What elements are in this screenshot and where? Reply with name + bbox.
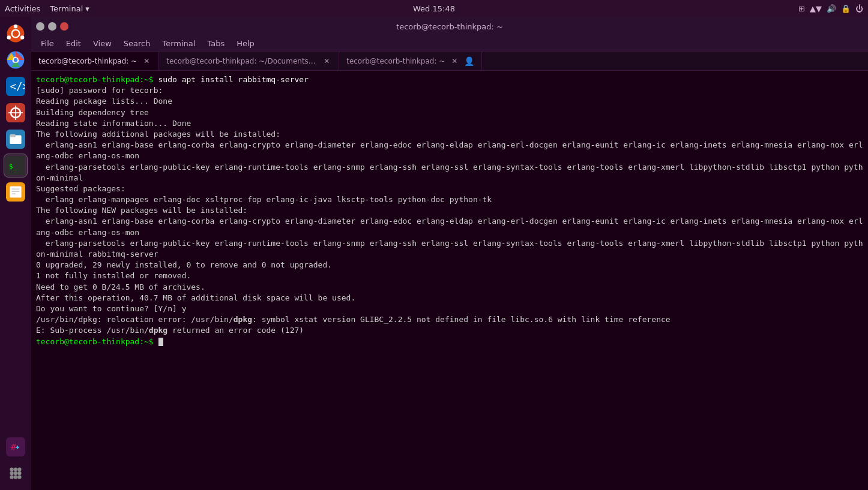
svg-point-30 xyxy=(14,467,17,471)
system-tray: ⊞ ▲▼ 🔊 🔒 ⏻ xyxy=(798,4,863,13)
svg-text:$_: $_ xyxy=(9,163,17,170)
terminal-window: tecorb@tecorb-thinkpad: ~ File Edit View… xyxy=(31,17,868,490)
window-controls xyxy=(36,22,68,31)
close-button[interactable] xyxy=(60,22,68,31)
svg-text:</>: </> xyxy=(10,80,25,92)
terminal-line-9: erlang erlang-manpages erlang-doc xsltpr… xyxy=(36,194,863,205)
terminal-content[interactable]: tecorb@tecorb-thinkpad:~$ sudo apt insta… xyxy=(31,71,868,490)
system-bar: Activities Terminal ▾ Wed 15:48 ⊞ ▲▼ 🔊 🔒… xyxy=(0,0,868,17)
tab-1[interactable]: tecorb@tecorb-thinkpad: ~/Documents/micr… xyxy=(159,52,339,70)
svg-text:✦: ✦ xyxy=(14,444,20,452)
terminal-menu: Terminal ▾ xyxy=(50,4,89,13)
terminal-line-8: Suggested packages: xyxy=(36,184,863,194)
prompt-0: tecorb@tecorb-thinkpad:~$ xyxy=(36,75,158,84)
terminal-menu-label: Terminal xyxy=(50,4,83,13)
terminal-line-13: 0 upgraded, 29 newly installed, 0 to rem… xyxy=(36,260,863,270)
terminal-line-11: erlang-asn1 erlang-base erlang-corba erl… xyxy=(36,216,863,238)
menu-help[interactable]: Help xyxy=(232,38,259,49)
tab-1-close[interactable]: ✕ xyxy=(322,56,331,66)
menu-search[interactable]: Search xyxy=(119,38,155,49)
terminal-line-7: erlang-parsetools erlang-public-key erla… xyxy=(36,162,863,184)
svg-point-3 xyxy=(20,35,24,39)
terminal-line-17: Do you want to continue? [Y/n] y xyxy=(36,303,863,314)
tab-2[interactable]: tecorb@tecorb-thinkpad: ~ ✕ 👤 xyxy=(339,52,482,70)
svg-point-2 xyxy=(14,25,17,28)
chrome-icon[interactable] xyxy=(4,48,28,72)
tab-0[interactable]: tecorb@tecorb-thinkpad: ~ ✕ xyxy=(31,52,159,70)
window-title: tecorb@tecorb-thinkpad: ~ xyxy=(396,22,503,31)
cmd-0: sudo apt install rabbitmq-server xyxy=(158,75,309,84)
svg-point-33 xyxy=(14,471,17,475)
slack-icon[interactable]: # ✦ xyxy=(4,435,28,459)
terminal-titlebar: tecorb@tecorb-thinkpad: ~ xyxy=(31,17,868,36)
menu-tabs[interactable]: Tabs xyxy=(202,38,229,49)
terminal-line-6: erlang-asn1 erlang-base erlang-corba erl… xyxy=(36,140,863,161)
minimize-button[interactable] xyxy=(36,22,44,31)
system-datetime: Wed 15:48 xyxy=(413,4,455,13)
terminal-line-12: erlang-parsetools erlang-public-key erla… xyxy=(36,238,863,260)
power-icon: ⏻ xyxy=(855,4,863,13)
terminal-menu-arrow: ▾ xyxy=(85,4,89,13)
menu-edit[interactable]: Edit xyxy=(61,38,86,49)
tab-1-title: tecorb@tecorb-thinkpad: ~/Documents/micr… xyxy=(166,57,317,65)
terminal-line-1: [sudo] password for tecorb: xyxy=(36,85,863,96)
files-icon[interactable] xyxy=(4,127,28,151)
terminal-line-2: Reading package lists... Done xyxy=(36,96,863,107)
notes-icon[interactable] xyxy=(4,180,28,204)
network-icon: ▲▼ xyxy=(810,4,822,13)
menu-view[interactable]: View xyxy=(88,38,116,49)
menu-file[interactable]: File xyxy=(36,38,59,49)
prompt-final: tecorb@tecorb-thinkpad:~$ xyxy=(36,337,158,346)
volume-icon: 🔊 xyxy=(827,4,836,13)
terminal-line-18: /usr/bin/dpkg: relocation error: /usr/bi… xyxy=(36,314,863,325)
tab-0-title: tecorb@tecorb-thinkpad: ~ xyxy=(38,57,137,65)
svg-point-37 xyxy=(17,475,21,479)
vscode-icon[interactable]: </> xyxy=(4,74,28,98)
terminal-line-19: E: Sub-process /usr/bin/dpkg returned an… xyxy=(36,325,863,336)
ubuntu-icon[interactable] xyxy=(4,22,28,46)
svg-point-29 xyxy=(10,467,13,471)
tab-2-close[interactable]: ✕ xyxy=(450,56,459,66)
svg-point-35 xyxy=(10,475,13,479)
svg-point-4 xyxy=(7,35,11,39)
terminal-line-0: tecorb@tecorb-thinkpad:~$ sudo apt insta… xyxy=(36,74,863,85)
grid-tray-icon: ⊞ xyxy=(798,4,805,13)
terminal-line-4: Reading state information... Done xyxy=(36,118,863,129)
svg-rect-18 xyxy=(10,134,16,137)
menu-terminal[interactable]: Terminal xyxy=(157,38,200,49)
maximize-button[interactable] xyxy=(48,22,56,31)
terminal-dock-icon[interactable]: $_ xyxy=(4,154,28,178)
tab-0-close[interactable]: ✕ xyxy=(142,56,151,66)
dock: </> $_ xyxy=(0,17,31,490)
terminal-line-14: 1 not fully installed or removed. xyxy=(36,270,863,281)
terminal-line-10: The following NEW packages will be insta… xyxy=(36,205,863,216)
paint-icon[interactable] xyxy=(4,101,28,125)
svg-point-9 xyxy=(14,58,17,62)
svg-point-34 xyxy=(17,471,21,475)
app-grid-icon[interactable] xyxy=(4,461,28,485)
tab-2-title: tecorb@tecorb-thinkpad: ~ xyxy=(346,57,445,65)
terminal-line-15: Need to get 0 B/24.5 MB of archives. xyxy=(36,282,863,293)
tab-user-icon: 👤 xyxy=(464,56,474,66)
cursor xyxy=(158,338,163,346)
svg-point-31 xyxy=(17,467,21,471)
activities-button[interactable]: Activities xyxy=(5,4,40,13)
terminal-line-3: Building dependency tree xyxy=(36,107,863,118)
lock-icon: 🔒 xyxy=(841,4,851,13)
system-bar-left: Activities Terminal ▾ xyxy=(5,4,89,13)
svg-point-36 xyxy=(14,475,17,479)
svg-point-32 xyxy=(10,471,13,475)
terminal-line-16: After this operation, 40.7 MB of additio… xyxy=(36,293,863,303)
menu-bar: File Edit View Search Terminal Tabs Help xyxy=(31,36,868,52)
terminal-line-5: The following additional packages will b… xyxy=(36,129,863,140)
terminal-line-20: tecorb@tecorb-thinkpad:~$ xyxy=(36,336,863,347)
tabs-bar: tecorb@tecorb-thinkpad: ~ ✕ tecorb@tecor… xyxy=(31,52,868,71)
